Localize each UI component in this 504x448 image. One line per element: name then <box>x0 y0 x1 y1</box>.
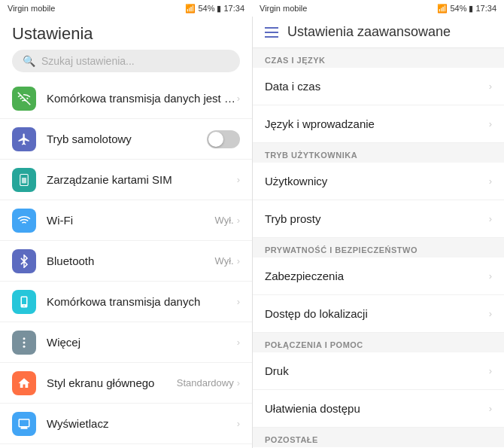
icon-sim <box>12 168 36 192</box>
chevron-icon-sim: › <box>237 174 240 185</box>
icon-wifi <box>12 209 36 233</box>
item-value-wifi: Wył. <box>215 215 234 226</box>
chevron-icon-3-0: › <box>489 365 492 376</box>
time-left: 17:34 <box>223 4 244 13</box>
chevron-icon-3-1: › <box>489 403 492 414</box>
advanced-item-1-1[interactable]: Tryb prosty › <box>253 200 504 238</box>
advanced-item-1-0[interactable]: Użytkownicy › <box>253 163 504 200</box>
search-placeholder: Szukaj ustawienia... <box>41 55 135 67</box>
signal-pct-right: 54% <box>450 4 466 13</box>
signal-icon-right: 📶 <box>437 4 448 14</box>
advanced-item-0-1[interactable]: Język i wprowadzanie › <box>253 105 504 143</box>
icon-home-screen <box>12 371 36 395</box>
advanced-item-label-0-0: Data i czas <box>265 80 489 93</box>
icon-mobile-data <box>12 87 36 111</box>
advanced-item-3-0[interactable]: Druk › <box>253 352 504 390</box>
item-label-bluetooth: Bluetooth <box>47 254 215 267</box>
status-bar: Virgin mobile 📶 54% ▮ 17:34 Virgin mobil… <box>0 0 504 17</box>
advanced-item-label-2-0: Zabezpieczenia <box>265 270 489 282</box>
advanced-item-0-0[interactable]: Data i czas › <box>253 68 504 105</box>
settings-item-sim[interactable]: Zarządzanie kartami SIM › <box>0 160 252 200</box>
right-header: Ustawienia zaawansowane <box>253 17 504 48</box>
item-label-more: Więcej <box>47 336 237 349</box>
svg-point-5 <box>23 345 26 347</box>
carrier-right: Virgin mobile <box>260 4 307 13</box>
left-header: Ustawienia 🔍 Szukaj ustawienia... <box>0 17 252 78</box>
chevron-icon-2-0: › <box>489 270 492 282</box>
advanced-item-label-3-0: Druk <box>265 364 489 377</box>
item-label-home-screen: Styl ekranu głównego <box>47 376 177 389</box>
item-label-wifi: Wi-Fi <box>47 214 215 227</box>
icon-display <box>12 412 36 436</box>
status-bar-right: Virgin mobile 📶 54% ▮ 17:34 <box>252 0 504 17</box>
page-title: Ustawienia <box>12 24 240 44</box>
chevron-icon-0-0: › <box>489 81 492 92</box>
carrier-left: Virgin mobile <box>8 4 55 13</box>
search-box[interactable]: 🔍 Szukaj ustawienia... <box>12 50 240 72</box>
chevron-icon-wifi: › <box>237 215 240 226</box>
chevron-icon-mobile-data2: › <box>237 296 240 307</box>
toggle-airplane[interactable] <box>207 130 240 148</box>
time-right: 17:34 <box>475 4 496 13</box>
icon-mobile-data2 <box>12 290 36 314</box>
status-icons-left: 📶 54% ▮ 17:34 <box>185 4 244 14</box>
icon-bluetooth <box>12 249 36 273</box>
settings-item-wifi[interactable]: Wi-Fi Wył.› <box>0 200 252 241</box>
right-panel-title: Ustawienia zaawansowane <box>287 24 451 40</box>
svg-rect-1 <box>22 178 26 184</box>
status-bar-left: Virgin mobile 📶 54% ▮ 17:34 <box>0 0 252 17</box>
settings-item-display[interactable]: Wyświetlacz › <box>0 404 252 444</box>
svg-point-3 <box>23 337 26 340</box>
signal-pct-left: 54% <box>198 4 214 13</box>
advanced-settings-list: CZAS I JĘZYK Data i czas › Język i wprow… <box>253 48 504 448</box>
settings-item-mobile-data[interactable]: Komórkowa transmisja danych jest w... › <box>0 78 252 119</box>
section-header-1: TRYB UŻYTKOWNIKA <box>253 143 504 163</box>
settings-item-mobile-data2[interactable]: Komórkowa transmisja danych › <box>0 282 252 322</box>
chevron-icon-2-1: › <box>489 308 492 319</box>
advanced-item-label-3-1: Ułatwienia dostępu <box>265 402 489 415</box>
search-icon: 🔍 <box>23 55 35 67</box>
icon-airplane <box>12 127 36 151</box>
section-header-0: CZAS I JĘZYK <box>253 48 504 68</box>
advanced-item-label-0-1: Język i wprowadzanie <box>265 117 489 130</box>
advanced-item-label-2-1: Dostęp do lokalizacji <box>265 307 489 320</box>
advanced-item-label-1-0: Użytkownicy <box>265 175 489 187</box>
item-value-bluetooth: Wył. <box>215 255 234 267</box>
item-label-display: Wyświetlacz <box>47 417 237 430</box>
item-label-mobile-data2: Komórkowa transmisja danych <box>47 295 237 308</box>
section-header-3: POŁĄCZENIA I POMOC <box>253 333 504 352</box>
item-label-airplane: Tryb samolotowy <box>47 133 207 145</box>
settings-item-sound[interactable]: Dźwięk › <box>0 444 252 448</box>
right-panel: Ustawienia zaawansowane CZAS I JĘZYK Dat… <box>252 17 504 448</box>
item-label-mobile-data: Komórkowa transmisja danych jest w... <box>47 92 237 105</box>
chevron-icon-1-1: › <box>489 213 492 224</box>
settings-list: Komórkowa transmisja danych jest w... › … <box>0 78 252 448</box>
battery-icon-left: ▮ <box>217 4 221 14</box>
settings-item-more[interactable]: Więcej › <box>0 322 252 363</box>
settings-item-home-screen[interactable]: Styl ekranu głównego Standardowy› <box>0 363 252 404</box>
left-panel: Ustawienia 🔍 Szukaj ustawienia... Komórk… <box>0 17 252 448</box>
settings-item-bluetooth[interactable]: Bluetooth Wył.› <box>0 241 252 282</box>
main-content: Ustawienia 🔍 Szukaj ustawienia... Komórk… <box>0 17 504 448</box>
item-label-sim: Zarządzanie kartami SIM <box>47 173 237 186</box>
svg-point-4 <box>23 341 26 343</box>
advanced-item-2-1[interactable]: Dostęp do lokalizacji › <box>253 295 504 333</box>
chevron-icon-mobile-data: › <box>237 93 240 104</box>
chevron-icon-1-0: › <box>489 175 492 187</box>
hamburger-icon[interactable] <box>265 27 278 38</box>
battery-icon-right: ▮ <box>469 4 473 14</box>
advanced-item-2-0[interactable]: Zabezpieczenia › <box>253 258 504 295</box>
chevron-icon-more: › <box>237 337 240 348</box>
status-icons-right: 📶 54% ▮ 17:34 <box>437 4 496 14</box>
section-header-4: POZOSTAŁE <box>253 428 504 447</box>
section-header-2: PRYWATNOŚĆ I BEZPIECZEŃSTWO <box>253 238 504 258</box>
advanced-item-label-1-1: Tryb prosty <box>265 212 489 225</box>
chevron-icon-home-screen: › <box>237 377 240 389</box>
item-value-home-screen: Standardowy <box>177 377 234 389</box>
advanced-item-3-1[interactable]: Ułatwienia dostępu › <box>253 390 504 428</box>
chevron-icon-bluetooth: › <box>237 255 240 267</box>
settings-item-airplane[interactable]: Tryb samolotowy <box>0 119 252 160</box>
icon-more <box>12 331 36 355</box>
chevron-icon-0-1: › <box>489 118 492 130</box>
signal-icon-left: 📶 <box>185 4 196 14</box>
